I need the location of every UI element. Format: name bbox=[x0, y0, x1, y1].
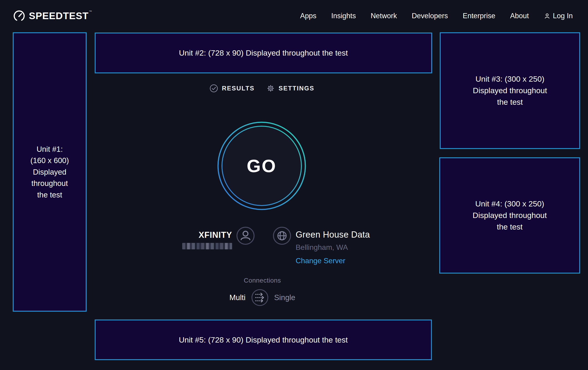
top-navigation-bar: SPEEDTEST™ Apps Insights Network Develop… bbox=[0, 0, 588, 32]
login-label: Log In bbox=[553, 12, 573, 20]
tabs-row: RESULTS SETTINGS bbox=[210, 84, 315, 93]
results-label: RESULTS bbox=[222, 85, 255, 92]
settings-label: SETTINGS bbox=[279, 85, 314, 92]
user-icon bbox=[544, 12, 551, 19]
trademark-mark: ™ bbox=[89, 10, 92, 21]
server-globe-icon bbox=[273, 227, 291, 245]
check-circle-icon bbox=[210, 84, 218, 93]
server-location: Bellingham, WA bbox=[296, 243, 348, 252]
speedtest-logo[interactable]: SPEEDTEST™ bbox=[13, 10, 92, 22]
tab-results[interactable]: RESULTS bbox=[210, 84, 255, 93]
ad-unit-1-skyscraper[interactable]: Unit #1: (160 x 600) Displayed throughou… bbox=[13, 32, 87, 312]
logo-wordmark: SPEEDTEST™ bbox=[29, 10, 92, 21]
main-nav: Apps Insights Network Developers Enterpr… bbox=[300, 12, 573, 20]
go-label: GO bbox=[216, 121, 307, 211]
connections-single-option[interactable]: Single bbox=[274, 293, 295, 302]
nav-item-enterprise[interactable]: Enterprise bbox=[462, 12, 495, 20]
isp-avatar-icon bbox=[236, 227, 255, 245]
gear-icon bbox=[266, 84, 275, 93]
server-info: Green House Data Bellingham, WA Change S… bbox=[296, 227, 370, 265]
ad-unit-3-rectangle[interactable]: Unit #3: (300 x 250) Displayed throughou… bbox=[440, 32, 580, 149]
login-button[interactable]: Log In bbox=[544, 12, 573, 20]
ad-unit-4-rectangle[interactable]: Unit #4: (300 x 250) Displayed throughou… bbox=[439, 157, 580, 274]
nav-item-developers[interactable]: Developers bbox=[412, 12, 448, 20]
connections-toggle-icon[interactable] bbox=[251, 289, 269, 306]
server-name: Green House Data bbox=[296, 230, 370, 240]
nav-item-network[interactable]: Network bbox=[371, 12, 397, 20]
connections-section: Connections Multi Single bbox=[229, 277, 295, 306]
speedtest-gauge-icon bbox=[13, 10, 25, 22]
isp-info: XFINITY bbox=[186, 230, 232, 249]
connections-label: Connections bbox=[244, 277, 281, 284]
censored-ip-address bbox=[182, 243, 232, 249]
tab-settings[interactable]: SETTINGS bbox=[266, 84, 314, 93]
connections-toggle-row: Multi Single bbox=[229, 289, 295, 306]
nav-item-about[interactable]: About bbox=[510, 12, 529, 20]
host-server-row: XFINITY Green House Data Bellingham, WA … bbox=[186, 227, 370, 265]
isp-name: XFINITY bbox=[199, 230, 232, 240]
go-button[interactable]: GO bbox=[216, 121, 307, 211]
nav-item-apps[interactable]: Apps bbox=[300, 12, 316, 20]
nav-item-insights[interactable]: Insights bbox=[331, 12, 356, 20]
connections-multi-option[interactable]: Multi bbox=[229, 293, 245, 302]
ad-unit-5-leaderboard[interactable]: Unit #5: (728 x 90) Displayed throughout… bbox=[95, 320, 432, 360]
ad-unit-2-leaderboard[interactable]: Unit #2: (728 x 90) Displayed throughout… bbox=[95, 32, 432, 73]
change-server-link[interactable]: Change Server bbox=[296, 257, 345, 265]
